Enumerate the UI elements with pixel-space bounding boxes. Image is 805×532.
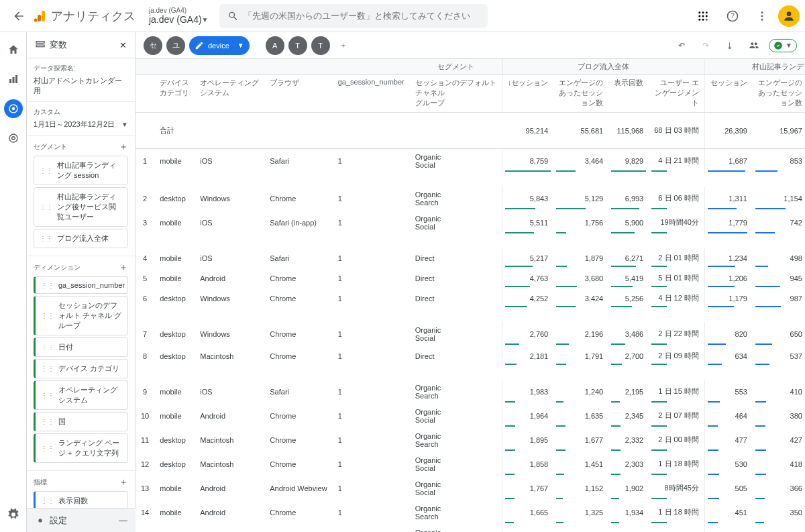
table-row[interactable]: 10mobileAndroidChrome1OrganicSocial1,964… [136, 404, 805, 428]
svg-rect-25 [36, 42, 44, 44]
svg-point-8 [706, 15, 708, 17]
report-toolbar: セ ユ device ▼ A T T ＋ ↶ ↷ ⭳ ▼ [136, 32, 805, 59]
table-row[interactable]: 14mobileAndroidChrome1OrganicSearch1,665… [136, 500, 805, 525]
svg-point-23 [9, 134, 17, 142]
data-table[interactable]: セグメントブログ流入全体村山記事ランディングsessionデバイスカテゴリオペレ… [136, 59, 805, 532]
segment-pill-2[interactable]: ユ [166, 36, 185, 55]
table-row[interactable]: 2desktopWindowsChrome1OrganicSearch5,843… [136, 187, 805, 211]
table-row[interactable]: 11desktopMacintoshChrome1OrganicSearch1,… [136, 428, 805, 452]
undo-icon[interactable]: ↶ [672, 36, 691, 55]
chip[interactable]: ⋮⋮国 [34, 412, 128, 431]
nav-explore[interactable] [4, 99, 23, 118]
nav-settings[interactable] [4, 505, 23, 524]
chip[interactable]: ⋮⋮ランディング ページ + クエリ文字列 [34, 433, 128, 463]
add-dimension-button[interactable]: ＋ [119, 262, 128, 274]
ga-logo: アナリティクス [32, 8, 136, 24]
chip[interactable]: ⋮⋮ブログ流入全体 [34, 229, 128, 248]
topbar: アナリティクス ja.dev (GA4) ja.dev (GA4) ▼ ? [0, 0, 805, 32]
exploration-name-section: データ探索名: 村山アドベントカレンダー用 [27, 58, 135, 102]
svg-point-15 [761, 15, 763, 17]
variables-icon [35, 40, 46, 50]
chip[interactable]: ⋮⋮セッションのデフォルト チャネル グループ [34, 296, 128, 335]
drag-handle-icon: ⋮⋮ [41, 418, 54, 425]
chip[interactable]: ⋮⋮日付 [34, 337, 128, 357]
svg-point-4 [702, 11, 704, 13]
svg-text:?: ? [731, 12, 735, 19]
svg-point-14 [761, 11, 763, 13]
letter-pill-t1[interactable]: T [288, 36, 307, 55]
table-row[interactable]: 12desktopMacintoshChrome1OrganicSocial1,… [136, 452, 805, 476]
svg-rect-18 [9, 79, 11, 83]
pencil-icon [195, 41, 204, 50]
svg-point-22 [11, 107, 15, 111]
svg-rect-26 [36, 45, 44, 47]
table-row[interactable]: 4mobileiOSSafari1Direct5,2171,8796,2712 … [136, 248, 805, 268]
letter-pill-t2[interactable]: T [311, 36, 330, 55]
svg-rect-20 [15, 75, 17, 83]
svg-point-11 [706, 18, 708, 20]
drag-handle-icon: ⋮⋮ [41, 282, 54, 289]
nav-reports[interactable] [4, 70, 23, 89]
avatar[interactable] [778, 5, 800, 27]
nav-home[interactable] [4, 40, 23, 59]
svg-point-17 [787, 11, 792, 16]
drag-handle-icon: ⋮⋮ [40, 167, 53, 174]
chip[interactable]: ⋮⋮オペレーティング システム [34, 380, 128, 410]
table-row[interactable]: 6desktopWindowsChrome1Direct4,2523,4245,… [136, 288, 805, 309]
svg-point-24 [11, 137, 15, 140]
svg-rect-0 [42, 11, 45, 21]
apps-icon[interactable] [690, 3, 716, 30]
letter-pill-a[interactable]: A [266, 36, 284, 55]
close-icon[interactable]: ✕ [119, 40, 127, 50]
chip[interactable]: ⋮⋮村山記事ランディング session [34, 156, 128, 185]
settings-panel-header[interactable]: 設定 — [27, 508, 136, 532]
drag-handle-icon: ⋮⋮ [41, 497, 54, 504]
table-row[interactable]: 1mobileiOSSafari1OrganicSocial8,7593,464… [136, 149, 805, 173]
status-check[interactable]: ▼ [769, 39, 797, 52]
svg-point-7 [702, 15, 704, 17]
chevron-down-icon: ▼ [202, 16, 209, 23]
help-icon[interactable]: ? [719, 3, 746, 30]
download-icon[interactable]: ⭳ [720, 36, 739, 55]
table-row[interactable]: 9mobileiOSSafari1OrganicSearch1,9831,240… [136, 380, 805, 404]
collapse-icon[interactable]: — [119, 515, 127, 525]
dimensions-section: ディメンション＋ ⋮⋮ga_session_number⋮⋮セッションのデフォル… [27, 256, 135, 471]
share-icon[interactable] [745, 36, 763, 55]
table-row[interactable]: 15mobileiOSChrome1OrganicSearch1,5831,04… [136, 525, 805, 533]
table-row[interactable]: 5mobileAndroidChrome1Direct4,7633,6805,4… [136, 268, 805, 288]
add-segment-button[interactable]: ＋ [119, 141, 128, 153]
svg-point-5 [706, 11, 708, 13]
chevron-down-icon: ▼ [121, 121, 128, 128]
svg-point-6 [698, 15, 700, 17]
more-icon[interactable] [749, 3, 775, 30]
drag-handle-icon: ⋮⋮ [40, 203, 53, 211]
redo-icon[interactable]: ↷ [696, 36, 715, 55]
svg-point-10 [702, 18, 704, 20]
table-row[interactable]: 13mobileAndroidAndroid Webview1OrganicSo… [136, 476, 805, 500]
chip[interactable]: ⋮⋮デバイス カテゴリ [34, 359, 128, 378]
segments-section: セグメント＋ ⋮⋮村山記事ランディング session⋮⋮村山記事ランディング後… [27, 136, 135, 256]
svg-rect-1 [38, 15, 41, 21]
date-range-section[interactable]: カスタム 1月1日～2023年12月2日▼ [27, 102, 135, 136]
nav-ads[interactable] [4, 129, 23, 148]
table-row[interactable]: 3mobileiOSSafari (in-app)1OrganicSocial5… [136, 211, 805, 235]
table-row[interactable]: 8desktopMacintoshChrome1Direct2,1811,791… [136, 346, 805, 366]
chevron-down-icon: ▼ [237, 42, 244, 49]
svg-rect-19 [12, 77, 14, 83]
report-area: セ ユ device ▼ A T T ＋ ↶ ↷ ⭳ ▼ セグメントブログ流入全… [136, 32, 805, 532]
drag-handle-icon: ⋮⋮ [41, 445, 54, 452]
device-pill[interactable]: device ▼ [189, 36, 250, 55]
property-selector[interactable]: ja.dev (GA4) ja.dev (GA4) ▼ [149, 7, 209, 25]
add-metric-button[interactable]: ＋ [119, 476, 128, 488]
chip[interactable]: ⋮⋮村山記事ランディング後サービス閲覧ユーザー [34, 187, 128, 227]
drag-handle-icon: ⋮⋮ [41, 343, 54, 351]
back-icon[interactable] [5, 3, 32, 30]
chip[interactable]: ⋮⋮ga_session_number [34, 276, 128, 294]
search-input[interactable] [219, 4, 488, 28]
drag-handle-icon: ⋮⋮ [41, 392, 54, 399]
variables-header: 変数 ✕ [27, 32, 135, 58]
segment-pill-1[interactable]: セ [144, 36, 162, 55]
add-tab-button[interactable]: ＋ [334, 36, 353, 55]
table-row[interactable]: 7desktopWindowsChrome1OrganicSocial2,760… [136, 322, 805, 346]
variables-panel: 変数 ✕ データ探索名: 村山アドベントカレンダー用 カスタム 1月1日～202… [27, 32, 136, 532]
